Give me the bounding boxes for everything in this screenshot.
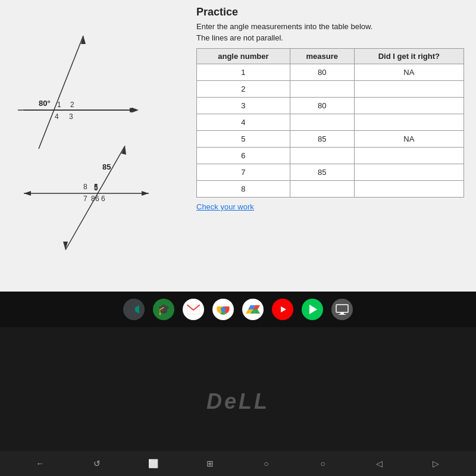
- refresh-button[interactable]: ↺: [87, 454, 107, 473]
- taskbar-classroom-icon[interactable]: 🎓: [153, 299, 174, 320]
- svg-text:3: 3: [69, 112, 73, 121]
- cell-angle-number: 8: [197, 181, 290, 198]
- page-title: Practice: [196, 6, 464, 18]
- svg-text:6: 6: [95, 195, 99, 203]
- cell-check: [354, 81, 464, 98]
- instruction-1: Enter the angle measurements into the ta…: [196, 22, 464, 31]
- right-panel: Practice Enter the angle measurements in…: [184, 0, 476, 292]
- angle-table: angle number measure Did I get it right?…: [196, 48, 464, 198]
- cell-angle-number: 5: [197, 131, 290, 148]
- cell-check: [354, 164, 464, 181]
- table-row: 785: [197, 164, 464, 181]
- svg-point-30: [221, 307, 226, 312]
- cell-angle-number: 7: [197, 164, 290, 181]
- cell-measure[interactable]: [290, 81, 354, 98]
- cell-measure[interactable]: 85: [290, 131, 354, 148]
- browser-bar: ← ↺ ⬜ ⊞ ○ ○ ◁ ▷: [0, 451, 476, 476]
- cell-measure[interactable]: 80: [290, 64, 354, 81]
- svg-text:8: 8: [83, 183, 87, 191]
- svg-text:2: 2: [70, 101, 74, 109]
- cell-measure[interactable]: 80: [290, 98, 354, 114]
- svg-marker-15: [63, 242, 68, 250]
- taskbar-meet-icon[interactable]: [123, 299, 145, 320]
- taskbar: 🎓: [0, 292, 476, 327]
- angle-diagram: 80° 1 2 4 3 85: [6, 18, 178, 268]
- taskbar-chrome-icon[interactable]: [212, 299, 234, 320]
- svg-marker-12: [24, 191, 31, 196]
- cell-measure[interactable]: 85: [290, 164, 354, 181]
- svg-marker-38: [309, 305, 317, 314]
- cell-angle-number: 4: [197, 114, 290, 131]
- svg-text:80°: 80°: [39, 99, 51, 108]
- cell-angle-number: 1: [197, 64, 290, 81]
- svg-text:4: 4: [55, 112, 59, 121]
- dell-logo: DeLL: [206, 389, 270, 414]
- grid-button[interactable]: ⊞: [201, 454, 220, 473]
- taskbar-youtube-icon[interactable]: [272, 299, 293, 320]
- svg-rect-39: [336, 305, 348, 312]
- svg-text:85: 85: [102, 162, 111, 171]
- prev-button[interactable]: ◁: [370, 454, 389, 473]
- table-row: 180NA: [197, 64, 464, 81]
- table-row: 6: [197, 148, 464, 164]
- svg-text:6: 6: [101, 195, 105, 203]
- table-row: 585NA: [197, 131, 464, 148]
- cell-angle-number: 2: [197, 81, 290, 98]
- next-button[interactable]: ▷: [427, 454, 446, 473]
- screen: 80° 1 2 4 3 85: [0, 0, 476, 292]
- instruction-2: The lines are not parallel.: [196, 33, 464, 42]
- col-header-measure: measure: [290, 49, 354, 64]
- cell-angle-number: 3: [197, 98, 290, 114]
- col-header-check: Did I get it right?: [354, 49, 464, 64]
- svg-marker-11: [142, 191, 149, 196]
- svg-text:8: 8: [91, 195, 95, 203]
- cell-measure[interactable]: [290, 181, 354, 198]
- table-row: 2: [197, 81, 464, 98]
- col-header-angle: angle number: [197, 49, 290, 64]
- svg-text:5: 5: [94, 183, 98, 191]
- taskbar-gmail-icon[interactable]: [183, 299, 204, 320]
- cell-check: NA: [354, 131, 464, 148]
- svg-rect-25: [129, 306, 135, 313]
- svg-marker-4: [130, 108, 137, 112]
- svg-marker-26: [135, 305, 139, 314]
- check-work-link[interactable]: Check your work: [196, 202, 254, 211]
- taskbar-drive-icon[interactable]: [242, 299, 264, 320]
- home-button[interactable]: ○: [257, 454, 276, 473]
- cell-check: [354, 98, 464, 114]
- taskbar-monitor-icon[interactable]: [331, 299, 353, 320]
- cell-angle-number: 6: [197, 148, 290, 164]
- cell-check: NA: [354, 64, 464, 81]
- svg-rect-40: [340, 312, 344, 314]
- taskbar-play-icon[interactable]: [302, 299, 323, 320]
- cell-check: [354, 148, 464, 164]
- svg-text:1: 1: [57, 101, 61, 109]
- table-row: 8: [197, 181, 464, 198]
- table-row: 4: [197, 114, 464, 131]
- search-button[interactable]: ○: [314, 454, 333, 473]
- cell-check: [354, 114, 464, 131]
- cell-measure[interactable]: [290, 148, 354, 164]
- cell-check: [354, 181, 464, 198]
- back-button[interactable]: ←: [31, 454, 50, 473]
- left-panel: 80° 1 2 4 3 85: [0, 0, 184, 292]
- table-row: 380: [197, 98, 464, 114]
- svg-text:7: 7: [83, 195, 87, 203]
- cell-measure[interactable]: [290, 114, 354, 131]
- window-button[interactable]: ⬜: [144, 454, 163, 473]
- svg-line-1: [39, 36, 83, 149]
- svg-rect-41: [339, 314, 346, 315]
